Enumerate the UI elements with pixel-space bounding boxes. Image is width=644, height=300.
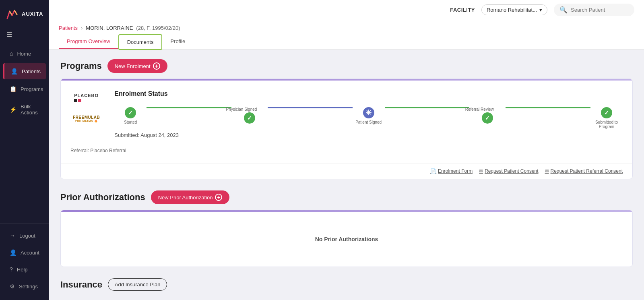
logout-icon: → <box>10 232 15 239</box>
chevron-down-icon: ▾ <box>539 7 542 13</box>
connector-1 <box>147 107 231 108</box>
page-header: Patients › MORIN, LORRAINE (28, F, 1995/… <box>49 20 644 50</box>
step-circle-referral: ✓ <box>482 112 493 124</box>
sidebar-nav: ⌂ Home 👤 Patients 📋 Programs ⚡ Bulk Acti… <box>0 43 49 223</box>
logo-text: AUXITA <box>22 11 43 17</box>
step-physician-signed: Physician Signed ✓ <box>231 107 268 124</box>
sidebar-item-bulk-actions-label: Bulk Actions <box>21 103 39 116</box>
tabs-row: Program Overview Documents Profile <box>59 34 634 49</box>
programs-title: Programs <box>60 61 102 71</box>
enrolment-card-footer: 📄 Enrolment Form ✉ Request Patient Conse… <box>61 163 632 179</box>
prior-auth-card: No Prior Authorizations <box>60 210 633 267</box>
hamburger-icon[interactable]: ☰ <box>6 31 12 38</box>
sidebar-item-home-label: Home <box>17 51 31 57</box>
freemulab-logo-box: FREEMULAB PROGRAMS 🔥 <box>70 113 102 125</box>
new-prior-auth-button[interactable]: New Prior Authorization + <box>151 190 230 204</box>
new-enrolment-button[interactable]: New Enrolment + <box>107 59 167 73</box>
steps-container: ✓ Started Physician Signed ✓ <box>114 107 623 129</box>
step-label-patient: Patient Signed <box>353 120 385 124</box>
prior-auth-title: Prior Authorizations <box>60 192 145 203</box>
logo-area: AUXITA <box>0 0 49 27</box>
sidebar-item-bulk-actions[interactable]: ⚡ Bulk Actions <box>3 99 46 120</box>
svg-line-2 <box>12 10 14 15</box>
tab-program-overview[interactable]: Program Overview <box>59 34 118 49</box>
sidebar-item-help-label: Help <box>17 267 28 273</box>
referral-review-label-top: Referral Review <box>461 107 497 112</box>
program-logos: PLACEBO FREEMULAB PR <box>70 90 102 125</box>
new-enrolment-label: New Enrolment <box>115 63 151 69</box>
request-patient-referral-consent-link[interactable]: ✉ Request Patient Referral Consent <box>545 168 623 174</box>
physician-signed-label-top: Physician Signed <box>223 107 260 112</box>
plus-circle-auth-icon: + <box>215 194 222 201</box>
freemulab-logo: FREEMULAB PROGRAMS 🔥 <box>73 115 100 123</box>
breadcrumb: Patients › MORIN, LORRAINE (28, F, 1995/… <box>59 20 634 31</box>
sidebar-item-account[interactable]: 👤 Account <box>3 244 46 261</box>
sidebar-item-logout-label: Logout <box>19 233 35 239</box>
step-started: ✓ Started <box>114 107 147 124</box>
search-input[interactable] <box>571 7 629 13</box>
svg-line-0 <box>7 11 10 19</box>
settings-icon: ⚙ <box>10 283 15 290</box>
insurance-section-header: Insurance Add Insurance Plan <box>60 278 633 291</box>
new-prior-auth-label: New Prior Authorization <box>158 194 213 201</box>
plus-circle-icon: + <box>153 62 160 70</box>
main-area: FACILITY Romano Rehabilitat... ▾ 🔍 Patie… <box>49 0 644 300</box>
add-insurance-plan-label: Add Insurance Plan <box>115 281 160 288</box>
step-referral-review: Referral Review ✓ <box>469 107 506 124</box>
enrolment-card: PLACEBO FREEMULAB PR <box>60 79 633 179</box>
submitted-text: Submitted: August 24, 2023 <box>114 132 623 138</box>
connector-4 <box>506 107 590 108</box>
add-insurance-plan-button[interactable]: Add Insurance Plan <box>108 278 167 291</box>
step-circle-patient: ✳ <box>363 107 374 118</box>
sidebar-item-settings-label: Settings <box>19 283 38 290</box>
home-icon: ⌂ <box>10 50 13 57</box>
sidebar: AUXITA ☰ ⌂ Home 👤 Patients 📋 Programs ⚡ … <box>0 0 49 300</box>
request-patient-consent-link[interactable]: ✉ Request Patient Consent <box>479 168 538 174</box>
sidebar-item-logout[interactable]: → Logout <box>3 228 46 244</box>
tab-documents[interactable]: Documents <box>118 34 163 50</box>
help-icon: ? <box>10 266 13 273</box>
step-circle-started: ✓ <box>125 107 136 118</box>
placebo-icon <box>74 99 99 102</box>
content-area: Patients › MORIN, LORRAINE (28, F, 1995/… <box>49 20 644 300</box>
connector-2 <box>268 107 353 108</box>
sidebar-item-home[interactable]: ⌂ Home <box>3 46 46 62</box>
sidebar-item-programs[interactable]: 📋 Programs <box>3 81 46 97</box>
insurance-title: Insurance <box>60 279 102 290</box>
sidebar-item-help[interactable]: ? Help <box>3 261 46 277</box>
breadcrumb-patient-info: (28, F, 1995/02/20) <box>136 25 180 31</box>
enrolment-card-body: PLACEBO FREEMULAB PR <box>61 81 632 163</box>
enrolment-status-title: Enrolment Status <box>114 90 623 97</box>
placebo-logo: PLACEBO <box>74 93 99 102</box>
svg-line-3 <box>14 10 17 14</box>
step-label-started: Started <box>114 120 147 124</box>
sidebar-item-settings[interactable]: ⚙ Settings <box>3 278 46 294</box>
referral-text: Referral: Placebo Referral <box>70 148 623 153</box>
breadcrumb-patient-name: MORIN, LORRAINE <box>86 25 133 31</box>
connector-3 <box>385 107 470 108</box>
page-body: Programs New Enrolment + PLACEBO <box>49 50 644 300</box>
placebo-logo-box: PLACEBO <box>70 90 102 105</box>
tab-profile[interactable]: Profile <box>162 34 193 49</box>
sidebar-item-patients[interactable]: 👤 Patients <box>3 63 46 79</box>
bulk-actions-icon: ⚡ <box>10 106 17 113</box>
enrolment-content: PLACEBO FREEMULAB PR <box>70 90 623 145</box>
auxita-logo-icon <box>6 7 19 20</box>
email-referral-icon: ✉ <box>545 168 549 174</box>
step-patient-signed: ✳ Patient Signed <box>353 107 385 124</box>
step-submitted: ✓ Submitted to Program <box>590 107 623 129</box>
menu-toggle[interactable]: ☰ <box>0 27 49 43</box>
programs-section-header: Programs New Enrolment + <box>60 59 633 73</box>
document-icon: 📄 <box>430 168 436 174</box>
step-label-submitted: Submitted to Program <box>590 120 623 129</box>
prior-auth-section-header: Prior Authorizations New Prior Authoriza… <box>60 190 633 204</box>
enrolment-form-link[interactable]: 📄 Enrolment Form <box>430 168 473 174</box>
sidebar-bottom: → Logout 👤 Account ? Help ⚙ Settings <box>0 223 49 300</box>
email-icon: ✉ <box>479 168 483 174</box>
sidebar-item-programs-label: Programs <box>21 86 43 92</box>
sidebar-item-account-label: Account <box>21 250 39 256</box>
facility-selector[interactable]: Romano Rehabilitat... ▾ <box>481 4 547 15</box>
breadcrumb-patients-link[interactable]: Patients <box>59 25 78 31</box>
programs-icon: 📋 <box>10 86 17 92</box>
patients-icon: 👤 <box>11 68 18 74</box>
